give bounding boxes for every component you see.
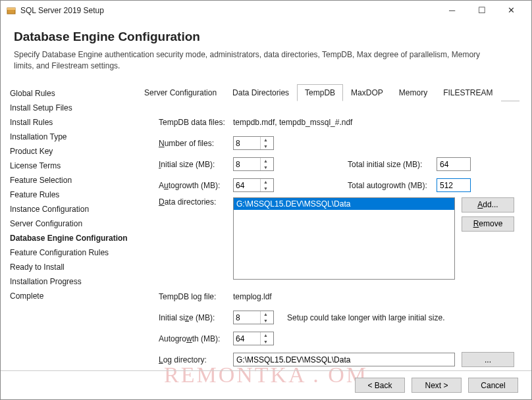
- spin-down-icon[interactable]: ▼: [261, 339, 271, 345]
- spin-up-icon[interactable]: ▲: [261, 137, 271, 143]
- log-autogrowth-spinner[interactable]: ▲▼: [233, 332, 274, 345]
- sidebar-item[interactable]: Database Engine Configuration: [10, 231, 132, 245]
- data-files-label: TempDB data files:: [159, 118, 233, 127]
- spin-down-icon[interactable]: ▼: [261, 143, 271, 150]
- log-init-spinner[interactable]: ▲▼: [233, 311, 274, 324]
- log-file-value: templog.ldf: [233, 292, 272, 301]
- total-autogrowth-input[interactable]: [437, 178, 471, 192]
- app-icon: [6, 5, 16, 16]
- page-title: Database Engine Configuration: [14, 30, 518, 44]
- browse-button[interactable]: ...: [462, 352, 514, 367]
- data-files-value: tempdb.mdf, tempdb_mssql_#.ndf: [233, 118, 352, 127]
- autogrowth-input[interactable]: [234, 179, 260, 191]
- data-dir-item[interactable]: G:\MSSQL15.DEV\MSSQL\Data: [234, 198, 454, 210]
- window-title: SQL Server 2019 Setup: [20, 6, 437, 15]
- log-init-input[interactable]: [234, 311, 260, 324]
- close-button[interactable]: ✕: [496, 1, 526, 20]
- sidebar-item[interactable]: License Terms: [10, 159, 132, 173]
- total-autogrowth-label: Total autogrowth (MB):: [348, 181, 437, 190]
- spin-up-icon[interactable]: ▲: [261, 158, 271, 164]
- sidebar: Global RulesInstall Setup FilesInstall R…: [10, 82, 132, 379]
- page-subtitle: Specify Database Engine authentication s…: [14, 49, 488, 72]
- spin-down-icon[interactable]: ▼: [261, 164, 271, 171]
- init-size-label: Initial size (MB):: [159, 160, 233, 169]
- num-files-spinner[interactable]: ▲▼: [233, 136, 274, 150]
- page-header: Database Engine Configuration Specify Da…: [1, 20, 531, 80]
- tab-strip: Server ConfigurationData DirectoriesTemp…: [136, 84, 519, 101]
- init-size-spinner[interactable]: ▲▼: [233, 157, 274, 171]
- num-files-input[interactable]: [234, 137, 260, 149]
- total-init-label: Total initial size (MB):: [348, 160, 437, 169]
- sidebar-item[interactable]: Global Rules: [10, 86, 132, 101]
- minimize-button[interactable]: ─: [437, 1, 467, 20]
- sidebar-item[interactable]: Installation Progress: [10, 274, 132, 289]
- sidebar-item[interactable]: Feature Selection: [10, 173, 132, 188]
- sidebar-item[interactable]: Complete: [10, 289, 132, 303]
- sidebar-item[interactable]: Ready to Install: [10, 260, 132, 274]
- spin-up-icon[interactable]: ▲: [261, 179, 271, 186]
- log-autogrowth-label: Autogrowth (MB):: [159, 334, 233, 343]
- sidebar-item[interactable]: Feature Rules: [10, 188, 132, 202]
- autogrowth-label: Autogrowth (MB):: [159, 181, 233, 190]
- sidebar-item[interactable]: Install Setup Files: [10, 101, 132, 115]
- data-dirs-label: Data directories:: [159, 197, 233, 207]
- log-init-label: Initial size (MB):: [159, 313, 233, 322]
- log-dir-input[interactable]: [233, 353, 455, 366]
- next-button[interactable]: Next >: [412, 378, 462, 393]
- tab[interactable]: MaxDOP: [343, 84, 391, 101]
- cancel-button[interactable]: Cancel: [468, 378, 518, 393]
- tab[interactable]: TempDB: [297, 84, 343, 101]
- log-autogrowth-input[interactable]: [234, 332, 260, 345]
- sidebar-item[interactable]: Installation Type: [10, 130, 132, 144]
- sidebar-item[interactable]: Instance Configuration: [10, 202, 132, 216]
- log-dir-label: Log directory:: [159, 355, 233, 364]
- svg-rect-1: [7, 8, 15, 10]
- log-init-note: Setup could take longer with large initi…: [287, 313, 444, 322]
- back-button[interactable]: < Back: [355, 378, 405, 393]
- remove-button[interactable]: Remove: [462, 216, 514, 232]
- sidebar-item[interactable]: Server Configuration: [10, 216, 132, 231]
- tab[interactable]: Memory: [391, 84, 435, 101]
- add-button[interactable]: Add...: [462, 197, 514, 213]
- num-files-label: Number of files:: [159, 139, 233, 148]
- spin-down-icon[interactable]: ▼: [261, 318, 271, 324]
- spin-up-icon[interactable]: ▲: [261, 311, 271, 318]
- spin-down-icon[interactable]: ▼: [261, 186, 271, 192]
- tab[interactable]: Data Directories: [225, 84, 297, 101]
- spin-up-icon[interactable]: ▲: [261, 332, 271, 339]
- total-init-input[interactable]: [437, 157, 471, 171]
- init-size-input[interactable]: [234, 158, 260, 170]
- autogrowth-spinner[interactable]: ▲▼: [233, 178, 274, 192]
- tab[interactable]: Server Configuration: [136, 84, 225, 101]
- tab[interactable]: FILESTREAM: [435, 84, 500, 101]
- maximize-button[interactable]: ☐: [467, 1, 496, 20]
- titlebar: SQL Server 2019 Setup ─ ☐ ✕: [1, 1, 531, 20]
- sidebar-item[interactable]: Install Rules: [10, 115, 132, 130]
- data-dirs-listbox[interactable]: G:\MSSQL15.DEV\MSSQL\Data: [233, 197, 455, 280]
- sidebar-item[interactable]: Product Key: [10, 144, 132, 159]
- tempdb-pane: TempDB data files: tempdb.mdf, tempdb_ms…: [136, 101, 519, 372]
- sidebar-item[interactable]: Feature Configuration Rules: [10, 245, 132, 260]
- log-file-label: TempDB log file:: [159, 292, 233, 301]
- footer: < Back Next > Cancel: [1, 370, 531, 399]
